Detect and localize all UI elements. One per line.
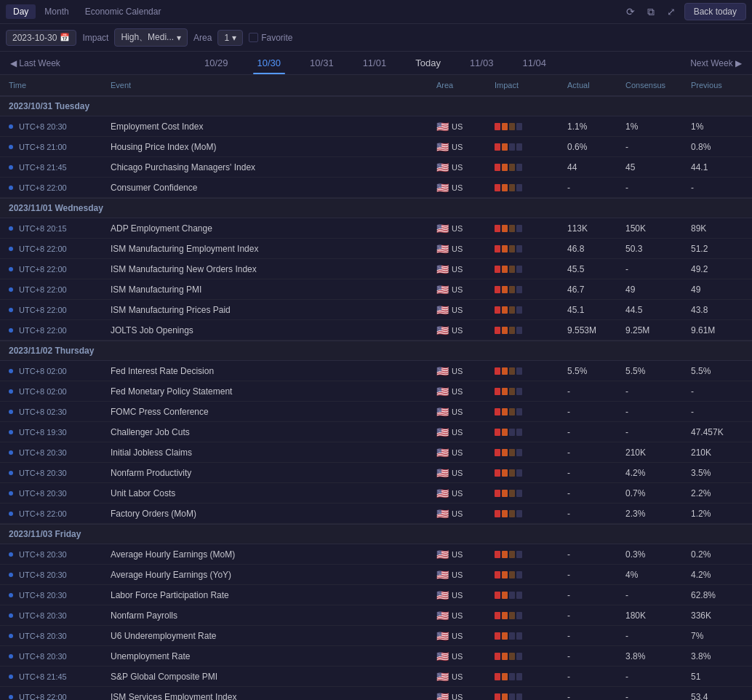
impact-bars (495, 653, 522, 660)
event-cell: Factory Orders (MoM) (108, 506, 433, 522)
indicator-dot (9, 654, 13, 659)
reload-icon[interactable]: ⟳ (623, 4, 638, 19)
impact-bar (502, 693, 508, 701)
scroll-area[interactable]: 2023/10/31 TuesdayUTC+8 20:30Employment … (0, 96, 752, 700)
expand-icon[interactable]: ⤢ (664, 4, 679, 19)
actual-cell: 45.5 (564, 261, 623, 277)
table-row[interactable]: UTC+8 02:00Fed Monetary Policy Statement… (0, 381, 752, 402)
indicator-dot (9, 613, 13, 618)
indicator-dot (9, 247, 13, 251)
impact-bars (495, 592, 522, 599)
flag-icon: 🇺🇸 (436, 467, 449, 479)
impact-label: Impact (82, 33, 108, 43)
impact-bars (495, 388, 522, 395)
checkbox-input[interactable] (249, 33, 258, 42)
date-tab-10-31[interactable]: 10/31 (295, 55, 348, 71)
indicator-dot (9, 165, 13, 170)
actual-cell: - (564, 628, 623, 644)
date-tab-11-01[interactable]: 11/01 (348, 55, 401, 71)
table-row[interactable]: UTC+8 20:30Employment Cost Index🇺🇸US1.1%… (0, 116, 752, 137)
table-row[interactable]: UTC+8 20:30Initial Jobless Claims🇺🇸US-21… (0, 442, 752, 463)
impact-bars (495, 164, 522, 171)
consensus-cell: 9.25M (623, 322, 688, 338)
table-row[interactable]: UTC+8 20:30Nonfarm Productivity🇺🇸US-4.2%… (0, 463, 752, 483)
date-tab-11-04[interactable]: 11/04 (508, 55, 561, 71)
impact-cell (492, 466, 564, 480)
actual-cell: 113K (564, 220, 623, 236)
flag-icon: 🇺🇸 (436, 406, 449, 418)
area-name: US (452, 591, 463, 600)
date-tab-10-29[interactable]: 10/29 (190, 55, 243, 71)
favorite-checkbox[interactable]: Favorite (249, 33, 292, 43)
table-row[interactable]: UTC+8 20:30Nonfarm Payrolls🇺🇸US-180K336K (0, 605, 752, 626)
previous-cell: 51 (688, 669, 746, 685)
actual-cell: - (564, 383, 623, 399)
area-select[interactable]: 1 ▾ (217, 30, 243, 46)
next-week-btn[interactable]: Next Week ▶ (686, 55, 746, 71)
impact-bar (502, 367, 508, 375)
impact-bar (495, 306, 500, 314)
tab-month[interactable]: Month (37, 4, 76, 19)
impact-bars (495, 286, 522, 293)
impact-bar (516, 245, 522, 252)
impact-cell (492, 487, 564, 500)
impact-bar (516, 612, 522, 619)
area-name: US (452, 285, 463, 294)
table-row[interactable]: UTC+8 22:00ISM Manufacturing Employment … (0, 239, 752, 259)
table-row[interactable]: UTC+8 21:45Chicago Purchasing Managers' … (0, 157, 752, 178)
time-cell: UTC+8 22:00 (6, 690, 108, 701)
table-row[interactable]: UTC+8 22:00JOLTS Job Openings🇺🇸US9.553M9… (0, 320, 752, 341)
window-icon[interactable]: ⧉ (644, 4, 658, 19)
table-row[interactable]: UTC+8 22:00ISM Manufacturing New Orders … (0, 259, 752, 279)
area-cell: 🇺🇸US (433, 464, 492, 482)
impact-bar (516, 693, 522, 701)
event-cell: Employment Cost Index (108, 119, 433, 135)
table-row[interactable]: UTC+8 22:00ISM Services Employment Index… (0, 687, 752, 700)
area-cell: 🇺🇸US (433, 444, 492, 461)
table-row[interactable]: UTC+8 02:00Fed Interest Rate Decision🇺🇸U… (0, 361, 752, 381)
table-row[interactable]: UTC+8 21:00Housing Price Index (MoM)🇺🇸US… (0, 137, 752, 157)
table-row[interactable]: UTC+8 20:30Labor Force Participation Rat… (0, 585, 752, 605)
date-tab-11-03[interactable]: 11/03 (455, 55, 508, 71)
impact-bar (502, 449, 508, 456)
flag-icon: 🇺🇸 (436, 691, 449, 701)
table-row[interactable]: UTC+8 22:00Consumer Confidence🇺🇸US--- (0, 178, 752, 198)
table-row[interactable]: UTC+8 02:30FOMC Press Conference🇺🇸US--- (0, 402, 752, 422)
back-today-btn[interactable]: Back today (684, 3, 746, 20)
impact-bars (495, 225, 522, 232)
table-row[interactable]: UTC+8 20:30Unit Labor Costs🇺🇸US-0.7%2.2% (0, 483, 752, 504)
impact-select[interactable]: High、Medi... ▾ (114, 28, 188, 47)
consensus-cell: - (623, 424, 688, 440)
table-row[interactable]: UTC+8 22:00ISM Manufacturing Prices Paid… (0, 300, 752, 320)
flag-icon: 🇺🇸 (436, 263, 449, 275)
impact-bar (495, 408, 500, 415)
table-row[interactable]: UTC+8 22:00Factory Orders (MoM)🇺🇸US-2.3%… (0, 504, 752, 524)
indicator-dot (9, 186, 13, 190)
table-row[interactable]: UTC+8 20:30Average Hourly Earnings (MoM)… (0, 544, 752, 565)
table-row[interactable]: UTC+8 22:00ISM Manufacturing PMI🇺🇸US46.7… (0, 279, 752, 300)
consensus-cell: 4% (623, 567, 688, 583)
flag-icon: 🇺🇸 (436, 243, 449, 255)
impact-bar (516, 510, 522, 517)
table-row[interactable]: UTC+8 20:15ADP Employment Change🇺🇸US113K… (0, 218, 752, 239)
date-tab-10-30[interactable]: 10/30 (243, 55, 296, 71)
area-cell: 🇺🇸US (433, 179, 492, 196)
indicator-dot (9, 287, 13, 292)
table-row[interactable]: UTC+8 20:30Average Hourly Earnings (YoY)… (0, 565, 752, 585)
area-cell: 🇺🇸US (433, 301, 492, 319)
indicator-dot (9, 634, 13, 638)
table-row[interactable]: UTC+8 20:30Unemployment Rate🇺🇸US-3.8%3.8… (0, 646, 752, 667)
date-picker[interactable]: 2023-10-30 📅 (6, 30, 76, 46)
flag-icon: 🇺🇸 (436, 630, 449, 642)
time-cell: UTC+8 22:00 (6, 282, 108, 297)
table-row[interactable]: UTC+8 21:45S&P Global Composite PMI🇺🇸US-… (0, 667, 752, 687)
prev-week-btn[interactable]: ◀ Last Week (6, 55, 65, 71)
impact-bars (495, 245, 522, 252)
table-row[interactable]: UTC+8 19:30Challenger Job Cuts🇺🇸US--47.4… (0, 422, 752, 442)
impact-bar (516, 123, 522, 130)
table-row[interactable]: UTC+8 20:30U6 Underemployment Rate🇺🇸US--… (0, 626, 752, 646)
previous-cell: 62.8% (688, 587, 746, 603)
tab-day[interactable]: Day (6, 4, 36, 19)
date-tab-Today[interactable]: Today (401, 55, 455, 71)
flag-icon: 🇺🇸 (436, 589, 449, 601)
